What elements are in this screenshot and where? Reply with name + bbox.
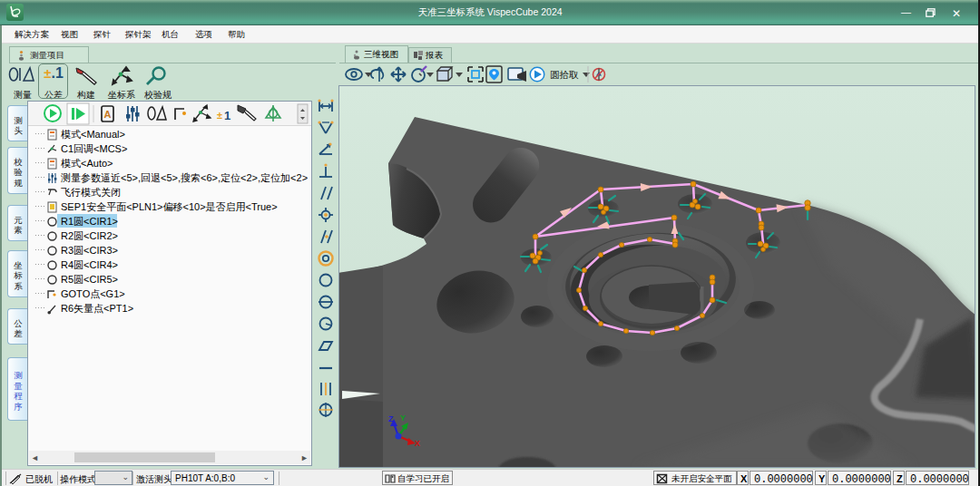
svg-text:±: ± <box>217 110 222 121</box>
svg-text:A: A <box>104 109 112 120</box>
svg-text:X: X <box>415 439 420 448</box>
svg-text:1: 1 <box>224 109 230 122</box>
svg-text:Y: Y <box>400 413 406 423</box>
svg-text:圆拾取: 圆拾取 <box>550 69 579 80</box>
svg-text:Z: Z <box>388 414 394 423</box>
